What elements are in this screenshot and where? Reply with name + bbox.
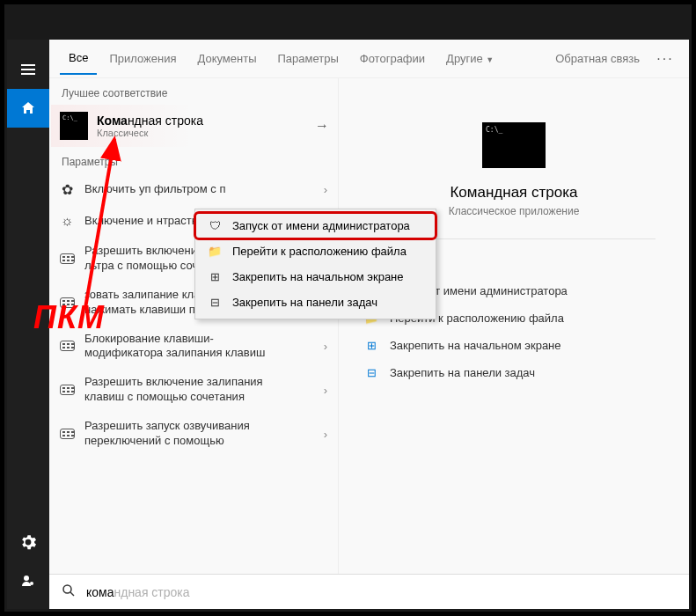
home-button[interactable] — [7, 89, 49, 128]
svg-point-2 — [63, 585, 71, 593]
expand-arrow-icon[interactable]: → — [315, 118, 329, 134]
tab-all[interactable]: Все — [60, 42, 97, 75]
annotation-label: ПКМ — [33, 299, 105, 336]
action-pin-start[interactable]: ⊞ Закрепить на начальном экране — [356, 332, 671, 359]
main-panel: Все Приложения Документы Параметры Фотог… — [49, 40, 689, 609]
settings-button[interactable] — [7, 523, 49, 561]
pin-icon: ⊞ — [363, 339, 379, 352]
app-preview-icon: C:\_ — [482, 122, 546, 168]
folder-icon: 📁 — [206, 245, 223, 258]
feedback-link[interactable]: Обратная связь — [546, 43, 648, 74]
admin-icon: 🛡 — [206, 219, 223, 232]
filter-tabs: Все Приложения Документы Параметры Фотог… — [49, 40, 689, 78]
search-bar[interactable]: командная строка — [49, 574, 689, 609]
keyboard-icon — [58, 425, 76, 443]
action-pin-taskbar[interactable]: ⊟ Закрепить на панели задач — [356, 359, 671, 386]
chevron-right-icon: › — [324, 340, 327, 353]
search-text: командная строка — [86, 585, 190, 599]
home-icon — [21, 101, 35, 115]
chevron-right-icon: › — [324, 428, 327, 441]
search-icon — [62, 583, 76, 601]
brightness-icon: ☼ — [58, 212, 76, 230]
hamburger-menu[interactable] — [7, 50, 49, 89]
preview-title: Командная строка — [450, 184, 577, 202]
context-run-as-admin[interactable]: 🛡 Запуск от имени администратора — [195, 213, 436, 238]
keyboard-icon — [58, 337, 76, 355]
tab-settings[interactable]: Параметры — [268, 43, 347, 74]
context-menu: 🛡 Запуск от имени администратора 📁 Перей… — [194, 209, 436, 319]
section-best-match: Лучшее соответствие — [49, 78, 338, 105]
palette-icon: ✿ — [58, 180, 76, 198]
section-settings: Параметры — [49, 147, 338, 173]
tab-docs[interactable]: Документы — [188, 43, 265, 74]
preview-subtitle: Классическое приложение — [449, 205, 580, 217]
setting-item[interactable]: ✿ Включить уп фильтром с п › — [49, 173, 338, 205]
cmd-icon: C:\_ — [60, 112, 88, 140]
pin-icon: ⊟ — [363, 366, 379, 379]
svg-line-3 — [70, 592, 74, 596]
tab-photos[interactable]: Фотографии — [351, 43, 434, 74]
tab-other[interactable]: Другие ▼ — [437, 43, 502, 74]
chevron-right-icon: › — [324, 183, 327, 196]
gear-icon — [20, 534, 36, 550]
chevron-right-icon: › — [324, 384, 327, 397]
best-match-subtitle: Классическ — [97, 128, 203, 138]
svg-point-0 — [24, 576, 29, 581]
pin-icon: ⊟ — [206, 296, 223, 309]
setting-item[interactable]: Разрешить включение залипания клавиш с п… — [49, 368, 338, 412]
best-match-result[interactable]: C:\_ Командная строка Классическ → — [51, 105, 336, 147]
preview-pane: C:\_ Командная строка Классическое прило… — [338, 78, 689, 574]
context-pin-start[interactable]: ⊞ Закрепить на начальном экране — [195, 264, 436, 290]
context-open-location[interactable]: 📁 Перейти к расположению файла — [195, 238, 436, 264]
svg-point-1 — [30, 582, 33, 585]
keyboard-icon — [58, 250, 76, 268]
best-match-title: Командная строка — [97, 114, 203, 128]
tab-apps[interactable]: Приложения — [100, 43, 185, 74]
account-button[interactable] — [7, 561, 49, 600]
keyboard-icon — [58, 381, 76, 399]
context-pin-taskbar[interactable]: ⊟ Закрепить на панели задач — [195, 290, 436, 315]
pin-icon: ⊞ — [206, 270, 223, 283]
more-button[interactable]: ··· — [652, 51, 678, 67]
setting-item[interactable]: Разрешить запуск озвучивания переключени… — [49, 412, 338, 456]
person-icon — [21, 574, 35, 588]
